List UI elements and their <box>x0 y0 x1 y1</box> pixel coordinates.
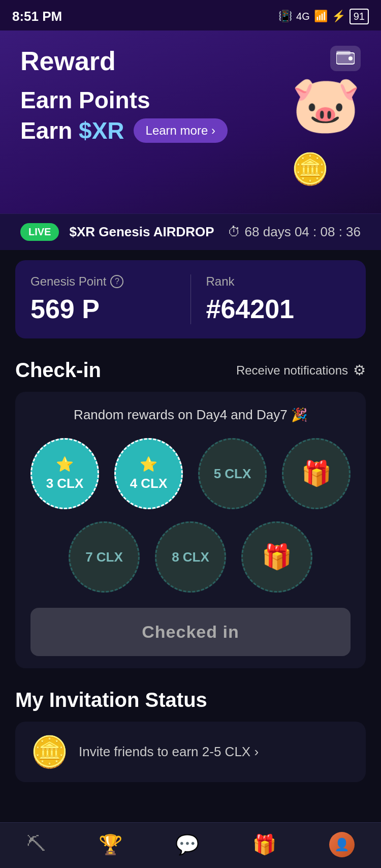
home-icon: ⛏ <box>26 833 46 855</box>
rank-label: Rank <box>206 274 351 289</box>
genesis-points-section: Genesis Point ? 569 P <box>30 274 191 324</box>
nav-item-reward[interactable]: 🎁 <box>252 833 276 856</box>
day2-label: 4 CLX <box>130 476 168 491</box>
day-4-circle[interactable]: 🎁 <box>282 438 351 509</box>
battery-icon: 91 <box>350 9 369 24</box>
piggy-bank-icon: 🐷🪙 <box>291 76 361 188</box>
nav-item-profile[interactable]: 👤 <box>329 832 355 857</box>
coin-icon: 🪙 <box>30 734 69 770</box>
learn-more-button[interactable]: Learn more › <box>134 118 228 143</box>
day1-label: 3 CLX <box>46 476 84 491</box>
gift-icon-day4: 🎁 <box>301 459 332 488</box>
earn-xr-row: Earn $XR Learn more › <box>20 117 228 144</box>
rank-value: #64201 <box>206 294 351 324</box>
trophy-icon: 🏆 <box>99 833 122 856</box>
page-title: Reward <box>20 46 116 76</box>
wifi-icon: 📶 <box>314 10 328 23</box>
chat-icon: 💬 <box>175 833 199 856</box>
wallet-icon <box>336 51 355 66</box>
reward-icon: 🎁 <box>252 833 276 856</box>
header-row: Reward <box>20 46 361 76</box>
status-bar: 8:51 PM 📳 4G 📶 ⚡ 91 <box>0 0 381 30</box>
checkin-card: Random rewards on Day4 and Day7 🎉 ⭐ 3 CL… <box>15 392 366 668</box>
svg-rect-1 <box>336 51 351 55</box>
day-1-circle[interactable]: ⭐ 3 CLX <box>30 438 99 509</box>
xr-highlight: $XR <box>79 117 124 144</box>
earn-text-block: Earn Points Earn $XR Learn more › <box>20 86 228 144</box>
day-7-circle[interactable]: 🎁 <box>241 521 312 593</box>
lightning-icon: ⚡ <box>332 10 345 23</box>
gear-icon: ⚙ <box>353 362 366 379</box>
day6-label: 8 CLX <box>172 549 209 565</box>
vibrate-icon: 📳 <box>278 10 292 23</box>
main-content: Check-in Receive notifications ⚙ Random … <box>0 349 381 843</box>
checkin-title: Check-in <box>15 359 101 382</box>
star-icon-day1: ⭐ <box>56 456 74 473</box>
status-icons: 📳 4G 📶 ⚡ 91 <box>278 9 369 24</box>
points-card: Genesis Point ? 569 P Rank #64201 <box>15 260 366 338</box>
random-rewards-text: Random rewards on Day4 and Day7 🎉 <box>30 407 351 423</box>
invitation-preview-text: Invite friends to earn 2-5 CLX › <box>79 744 351 760</box>
genesis-point-value: 569 P <box>30 294 175 324</box>
checkin-grid-top: ⭐ 3 CLX ⭐ 4 CLX 5 CLX 🎁 <box>30 438 351 509</box>
day3-label: 5 CLX <box>214 466 251 482</box>
info-icon[interactable]: ? <box>110 275 123 288</box>
day-5-circle[interactable]: 7 CLX <box>69 521 140 593</box>
receive-notifications-button[interactable]: Receive notifications ⚙ <box>236 362 366 379</box>
gift-icon-day7: 🎁 <box>262 543 292 571</box>
live-banner: LIVE $XR Genesis AIRDROP ⏱ 68 days 04 : … <box>0 213 381 250</box>
checked-in-button[interactable]: Checked in <box>30 608 351 656</box>
live-badge: LIVE <box>20 223 59 241</box>
airdrop-text: $XR Genesis AIRDROP <box>69 224 217 240</box>
svg-point-2 <box>348 56 353 60</box>
airdrop-timer: ⏱ 68 days 04 : 08 : 36 <box>228 224 361 240</box>
profile-avatar: 👤 <box>329 832 355 857</box>
nav-item-home[interactable]: ⛏ <box>26 833 46 855</box>
wallet-button[interactable] <box>330 46 361 71</box>
day-2-circle[interactable]: ⭐ 4 CLX <box>114 438 183 509</box>
genesis-point-label: Genesis Point ? <box>30 274 175 289</box>
star-icon-day2: ⭐ <box>140 456 157 473</box>
rank-section: Rank #64201 <box>191 274 351 324</box>
invitation-section: My Invitation Status 🪙 Invite friends to… <box>15 689 366 782</box>
invitation-preview[interactable]: 🪙 Invite friends to earn 2-5 CLX › <box>15 722 366 782</box>
bottom-nav: ⛏ 🏆 💬 🎁 👤 <box>0 822 381 868</box>
notification-label: Receive notifications <box>236 363 348 378</box>
signal-icon: 4G <box>296 11 310 22</box>
airdrop-label: $XR Genesis AIRDROP <box>69 224 214 239</box>
day-3-circle[interactable]: 5 CLX <box>198 438 267 509</box>
clock-icon: ⏱ <box>228 224 241 240</box>
checkin-grid-bottom: 7 CLX 8 CLX 🎁 <box>30 521 351 593</box>
hero-section: Reward Earn Points Earn $XR Learn more ›… <box>0 30 381 213</box>
nav-item-chat[interactable]: 💬 <box>175 833 199 856</box>
day5-label: 7 CLX <box>85 549 123 565</box>
timer-value: 68 days 04 : 08 : 36 <box>245 224 361 240</box>
checkin-header: Check-in Receive notifications ⚙ <box>15 359 366 382</box>
earn-section: Earn Points Earn $XR Learn more › 🐷🪙 <box>20 86 361 188</box>
invitation-title: My Invitation Status <box>15 689 366 711</box>
nav-item-trophy[interactable]: 🏆 <box>99 833 122 856</box>
day-6-circle[interactable]: 8 CLX <box>155 521 226 593</box>
status-time: 8:51 PM <box>12 9 62 24</box>
earn-points-label: Earn Points <box>20 86 228 114</box>
earn-xr-text: Earn $XR <box>20 117 124 144</box>
